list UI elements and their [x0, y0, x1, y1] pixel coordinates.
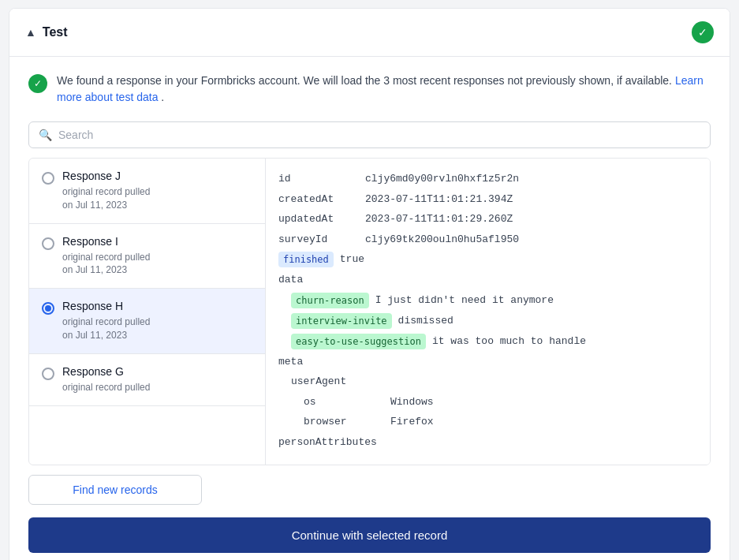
- data-panel: idcljy6md0y00rvln0hxf1z5r2ncreatedAt2023…: [266, 159, 710, 465]
- data-row: churn-reasonI just didn't need it anymor…: [278, 293, 697, 308]
- data-key: data: [278, 272, 365, 288]
- responses-panel: Response Joriginal record pulled on Jul …: [29, 159, 266, 465]
- data-key: surveyId: [278, 232, 365, 248]
- info-text: We found a response in your Formbricks a…: [57, 73, 711, 106]
- data-row: createdAt2023-07-11T11:01:21.394Z: [278, 192, 697, 207]
- data-row: meta: [278, 354, 697, 370]
- data-value: cljy6md0y00rvln0hxf1z5r2n: [365, 171, 697, 187]
- response-item-response-i[interactable]: Response Ioriginal record pulled on Jul …: [29, 224, 265, 289]
- radio-response-h[interactable]: [42, 302, 54, 315]
- response-name-response-j: Response J: [62, 170, 252, 182]
- data-value: cljy69tk200ouln0hu5afl950: [365, 232, 697, 248]
- section-title: Test: [43, 25, 68, 39]
- header-left: ▲ Test: [25, 25, 68, 39]
- data-value: it was too much to handle: [432, 334, 697, 349]
- response-item-response-g[interactable]: Response Goriginal record pulled: [29, 354, 265, 406]
- continue-button[interactable]: Continue with selected record: [28, 517, 711, 553]
- data-row: userAgent: [278, 374, 697, 390]
- data-key-badge: finished: [278, 252, 334, 267]
- data-key: userAgent: [291, 374, 378, 390]
- data-row: browserFirefox: [278, 414, 697, 430]
- data-row: easy-to-use-suggestionit was too much to…: [278, 334, 697, 349]
- data-value: I just didn't need it anymore: [375, 293, 697, 308]
- data-value: 2023-07-11T11:01:21.394Z: [365, 192, 697, 207]
- info-check-icon: ✓: [28, 74, 47, 93]
- data-value: 2023-07-11T11:01:29.260Z: [365, 211, 697, 227]
- radio-response-g[interactable]: [42, 368, 54, 380]
- response-item-response-j[interactable]: Response Joriginal record pulled on Jul …: [29, 159, 265, 224]
- chevron-icon[interactable]: ▲: [25, 26, 36, 39]
- response-name-response-g: Response G: [62, 365, 252, 378]
- main-panel: Response Joriginal record pulled on Jul …: [28, 158, 711, 465]
- data-value: Firefox: [390, 414, 697, 430]
- response-name-response-h: Response H: [62, 300, 252, 312]
- response-date-response-j: original record pulled on Jul 11, 2023: [62, 185, 252, 212]
- data-row: updatedAt2023-07-11T11:01:29.260Z: [278, 211, 697, 227]
- search-input[interactable]: [58, 129, 700, 141]
- find-records-container: Find new records: [9, 465, 730, 505]
- data-row: idcljy6md0y00rvln0hxf1z5r2n: [278, 171, 697, 187]
- response-date-response-i: original record pulled on Jul 11, 2023: [62, 251, 252, 278]
- continue-container: Continue with selected record: [9, 505, 730, 560]
- section-header: ▲ Test ✓: [9, 9, 730, 57]
- data-row: surveyIdcljy69tk200ouln0hu5afl950: [278, 232, 697, 248]
- response-date-response-h: original record pulled on Jul 11, 2023: [62, 315, 252, 342]
- find-records-button[interactable]: Find new records: [28, 475, 202, 505]
- data-key: id: [278, 171, 365, 187]
- response-info-response-i: Response Ioriginal record pulled on Jul …: [62, 235, 252, 278]
- data-key: updatedAt: [278, 211, 365, 227]
- search-box: 🔍: [28, 121, 711, 148]
- response-item-response-h[interactable]: Response Horiginal record pulled on Jul …: [29, 289, 265, 354]
- data-row: interview-invitedismissed: [278, 313, 697, 329]
- radio-response-j[interactable]: [42, 172, 54, 185]
- data-value: Windows: [390, 394, 697, 410]
- data-key-badge: easy-to-use-suggestion: [291, 334, 426, 349]
- response-date-response-g: original record pulled: [62, 381, 252, 394]
- success-check-icon: ✓: [692, 21, 714, 43]
- data-key: os: [304, 394, 390, 410]
- data-key: meta: [278, 354, 365, 370]
- data-key: browser: [304, 414, 390, 430]
- response-info-response-h: Response Horiginal record pulled on Jul …: [62, 300, 252, 342]
- data-row: data: [278, 272, 697, 288]
- data-value: dismissed: [398, 313, 697, 329]
- search-icon: 🔍: [39, 129, 52, 141]
- search-container: 🔍: [9, 121, 730, 158]
- response-name-response-i: Response I: [62, 235, 252, 248]
- data-key-badge: churn-reason: [291, 293, 369, 308]
- data-row: osWindows: [278, 394, 697, 410]
- data-key: createdAt: [278, 192, 365, 207]
- info-banner: ✓ We found a response in your Formbricks…: [9, 57, 730, 121]
- response-info-response-j: Response Joriginal record pulled on Jul …: [62, 170, 252, 212]
- data-key-badge: interview-invite: [291, 313, 392, 329]
- radio-response-i[interactable]: [42, 237, 54, 250]
- data-row: finishedtrue: [278, 252, 697, 267]
- response-info-response-g: Response Goriginal record pulled: [62, 365, 252, 394]
- data-row: personAttributes: [278, 435, 697, 450]
- data-key: personAttributes: [278, 435, 377, 450]
- data-value: true: [340, 252, 697, 267]
- main-container: ▲ Test ✓ ✓ We found a response in your F…: [9, 8, 730, 560]
